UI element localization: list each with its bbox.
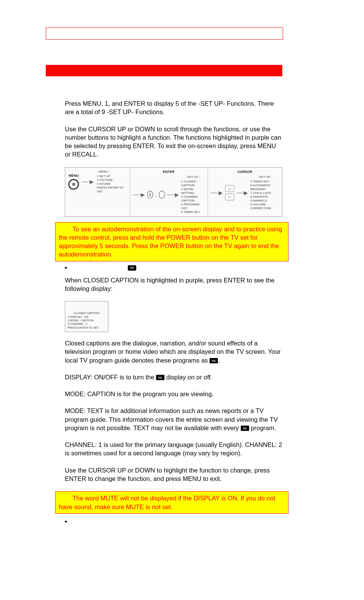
intro-paragraph-2: Use the CURSOR UP or DOWN to scroll thro… — [65, 125, 282, 159]
cc-instructions: Use the CURSOR UP or DOWN to highlight t… — [65, 466, 282, 483]
cc-mode-caption: MODE: CAPTION is for the program you are… — [65, 390, 282, 398]
cc-mode-text: MODE: TEXT is for additional information… — [65, 406, 282, 432]
header-outline-box — [46, 27, 283, 40]
arrow-icon: ──▶ — [237, 190, 248, 196]
intro-paragraph-1: Press MENU, 1, and ENTER to display 5 of… — [65, 99, 282, 116]
comma: , — [155, 192, 156, 197]
cc-channel: CHANNEL: 1 is used for the primary langu… — [65, 440, 282, 458]
setup-screen-1: - SET UP - 1 CLOSED CAPTION 2 INITIAL SE… — [181, 175, 205, 214]
menu-label: MENU — [69, 174, 79, 177]
closed-caption-heading — [65, 265, 282, 271]
note-mute: The word MUTE will not be displayed if t… — [55, 491, 288, 514]
arrow-icon: ──▶ — [211, 190, 223, 196]
note-autodemo: To see an autodemonstration of the on-sc… — [55, 222, 288, 261]
closed-caption-icon — [128, 265, 136, 271]
enter-label: ENTER — [133, 170, 205, 174]
page: Press MENU, 1, and ENTER to display 5 of… — [0, 0, 364, 600]
setup-screen-2: - SET UP - 5 TIMER SET 6 AUTOMATIC MESSA… — [250, 175, 279, 210]
bullet-icon — [65, 267, 67, 269]
arrow-icon: ──▶ — [133, 192, 145, 198]
cursor-label: CURSOR — [211, 170, 279, 174]
closed-caption-screen: - CLOSED CAPTION - 1 DISPLAY : ON 2 MODE… — [65, 301, 108, 332]
menu-button-icon — [68, 179, 79, 190]
enter-button-icon — [159, 191, 164, 198]
closed-caption-icon — [209, 358, 218, 363]
number-1-button-icon: 1 — [147, 191, 153, 198]
menu-screen: - MENU - 1 SET UP 2 PICTURE 3 SOUND PRES… — [97, 170, 127, 194]
closed-caption-icon — [156, 375, 164, 380]
arrow-icon: ──▶ — [82, 179, 94, 185]
cursor-down-icon: ▽ — [225, 194, 234, 200]
cc-intro: When CLOSED CAPTION is highlighted in pu… — [65, 276, 282, 293]
header-red-bar — [46, 65, 282, 76]
closed-caption-icon — [241, 426, 249, 431]
cc-display: DISPLAY: ON/OFF is to turn the display o… — [65, 373, 282, 381]
cc-description: Closed captions are the dialogue, narrat… — [65, 339, 282, 365]
content: Press MENU, 1, and ENTER to display 5 of… — [65, 99, 282, 523]
bullet-icon — [65, 521, 67, 523]
setup-flow-diagram: MENU ──▶ - MENU - 1 SET UP 2 PICTURE 3 S… — [65, 167, 282, 217]
arrow-icon: ──▶ — [167, 192, 179, 198]
cursor-up-icon: △ — [225, 185, 234, 192]
